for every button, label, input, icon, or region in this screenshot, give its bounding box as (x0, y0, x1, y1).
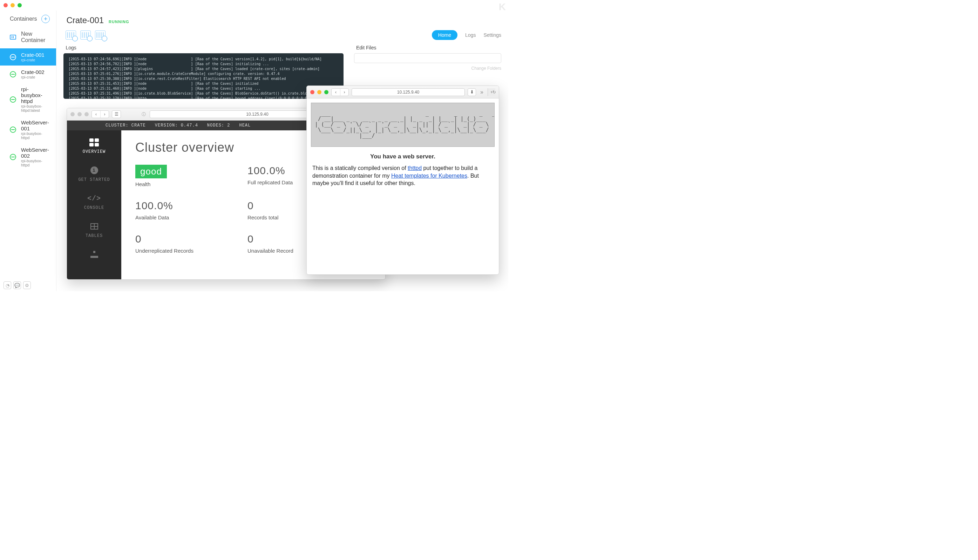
heat-templates-link[interactable]: Heat templates for Kubernetes (391, 173, 467, 179)
zoom-icon[interactable] (324, 90, 329, 94)
minimize-icon[interactable] (317, 90, 321, 94)
sidebar-item-crate-002[interactable]: Crate-002 rpi-crate (0, 65, 56, 83)
sidebar-toggle[interactable]: ☰ (112, 110, 121, 118)
metric-available: 100.0% Available Data (135, 200, 247, 220)
action-row: Home Logs Settings (63, 27, 501, 45)
close-icon[interactable] (310, 90, 314, 94)
container-image: rpi-crate (21, 58, 45, 62)
restart-action-icon[interactable] (80, 30, 91, 40)
download-button[interactable]: ⬇ (467, 88, 476, 96)
container-name: WebServer-002 (21, 147, 50, 159)
add-container-button[interactable]: + (42, 15, 50, 23)
reader-icon[interactable]: ⓘ (140, 112, 147, 117)
nav-tables[interactable]: TABLES (85, 222, 103, 238)
back-button[interactable]: ‹ (92, 111, 100, 118)
close-icon[interactable] (3, 3, 8, 7)
status-running-icon (10, 154, 16, 160)
sidebar-item-webserver-001[interactable]: WebServer-001 rpi-busybox-httpd (0, 116, 56, 143)
container-name: rpi-busybox-httpd (21, 86, 50, 104)
edit-files-label: Edit Files (354, 45, 501, 50)
tab-home[interactable]: Home (432, 30, 457, 40)
watermark: K (499, 2, 506, 13)
sidebar-header: Containers + (0, 10, 56, 26)
logs-label: Logs (63, 45, 344, 50)
thttpd-body: ___ _ _ _ _ / __|___ _ _ __ _ _ _ __ _| … (307, 98, 499, 191)
tab-settings[interactable]: Settings (483, 32, 501, 38)
feedback-button[interactable]: 💬 (13, 282, 21, 289)
sidebar-title: Containers (10, 16, 37, 22)
nav-back-forward: ‹ › (331, 88, 349, 96)
infobar-cluster: CLUSTER: CRATE (105, 123, 146, 128)
safari-toolbar: ‹ › 10.125.9.40 ↻ ⬇ » + (307, 86, 499, 98)
nav-console[interactable]: </> CONSOLE (84, 194, 104, 210)
main-header: Crate-001 RUNNING (63, 14, 501, 27)
container-name: WebServer-001 (21, 120, 50, 132)
container-box-icon (10, 35, 16, 40)
nav-cluster[interactable] (89, 250, 99, 262)
container-name: Crate-002 (21, 69, 45, 75)
minimize-icon[interactable] (77, 112, 82, 116)
forward-button[interactable]: › (100, 111, 108, 118)
change-folders-link[interactable]: Change Folders (354, 66, 501, 71)
tab-logs[interactable]: Logs (465, 32, 476, 38)
nav-get-started[interactable]: i GET STARTED (78, 166, 110, 182)
info-icon: i (89, 166, 99, 175)
sidebar: Containers + New Container Crate-001 rpi… (0, 10, 57, 291)
metric-health: good Health (135, 165, 247, 187)
sidebar-footer: ◔ 💬 ⚙ (3, 282, 31, 289)
window-titlebar (0, 0, 508, 10)
safari-window-thttpd: ‹ › 10.125.9.40 ↻ ⬇ » + ___ _ _ _ _ / __… (306, 85, 499, 275)
zoom-icon[interactable] (85, 112, 89, 116)
overflow-icon[interactable]: » (479, 89, 485, 95)
nav-overview[interactable]: OVERVIEW (83, 138, 106, 154)
address-bar[interactable]: 10.125.9.40 ↻ (352, 88, 465, 96)
sidebar-item-crate-001[interactable]: Crate-001 rpi-crate (0, 48, 56, 65)
docker-cli-button[interactable]: ◔ (3, 282, 11, 289)
traffic-lights (310, 90, 329, 94)
preview-action-icon[interactable] (65, 30, 76, 40)
address-text: 10.125.9.40 (246, 112, 268, 117)
code-icon: </> (89, 194, 99, 203)
status-running-icon (10, 71, 16, 77)
container-image: rpi-crate (21, 75, 45, 79)
minimize-icon[interactable] (10, 3, 15, 7)
traffic-lights (3, 3, 22, 7)
traffic-lights (70, 112, 89, 116)
back-button[interactable]: ‹ (332, 89, 340, 96)
status-badge: RUNNING (108, 20, 129, 24)
infobar-nodes: NODES: 2 (207, 123, 230, 128)
sidebar-item-busybox[interactable]: rpi-busybox-httpd rpi-busybox-httpd:late… (0, 83, 56, 116)
container-name: Crate-001 (21, 52, 45, 58)
new-container-button[interactable]: New Container (0, 26, 56, 48)
close-icon[interactable] (70, 112, 75, 116)
reload-icon[interactable]: ↻ (492, 90, 496, 95)
exec-action-icon[interactable] (95, 30, 105, 40)
thttpd-heading: You have a web server. (311, 153, 495, 160)
settings-button[interactable]: ⚙ (23, 282, 31, 289)
container-image: rpi-busybox-httpd:latest (21, 104, 50, 112)
address-text: 10.125.9.40 (397, 90, 419, 95)
container-title: Crate-001 (66, 15, 104, 25)
container-image: rpi-busybox-httpd (21, 132, 50, 140)
nav-back-forward: ‹ › (92, 110, 109, 118)
thttpd-paragraph: This is a statically compiled version of… (311, 164, 495, 187)
metric-underreplicated: 0 Underreplicated Records (135, 233, 247, 254)
logs-column: Logs [2015-03-13 07:24:56,696][INFO ][no… (63, 45, 344, 99)
edit-files-input[interactable] (354, 53, 501, 63)
sidebar-item-webserver-002[interactable]: WebServer-002 rpi-busybox-httpd (0, 143, 56, 171)
container-image: rpi-busybox-httpd (21, 159, 50, 167)
congrats-ascii: ___ _ _ _ _ / __|___ _ _ __ _ _ _ __ _| … (311, 103, 495, 147)
action-icons (65, 30, 105, 40)
grid-icon (89, 138, 99, 147)
thttpd-link[interactable]: thttpd (408, 165, 422, 171)
status-running-icon (10, 127, 16, 133)
infobar-version: VERSION: 0.47.4 (155, 123, 198, 128)
zoom-icon[interactable] (18, 3, 22, 7)
infobar-health: HEAL (239, 123, 250, 128)
main-tabs: Home Logs Settings (432, 30, 501, 40)
status-running-icon (10, 97, 16, 103)
forward-button[interactable]: › (340, 89, 349, 96)
status-running-icon (10, 54, 16, 60)
table-icon (89, 222, 99, 231)
logs-output[interactable]: [2015-03-13 07:24:56,696][INFO ][node ] … (63, 53, 344, 99)
